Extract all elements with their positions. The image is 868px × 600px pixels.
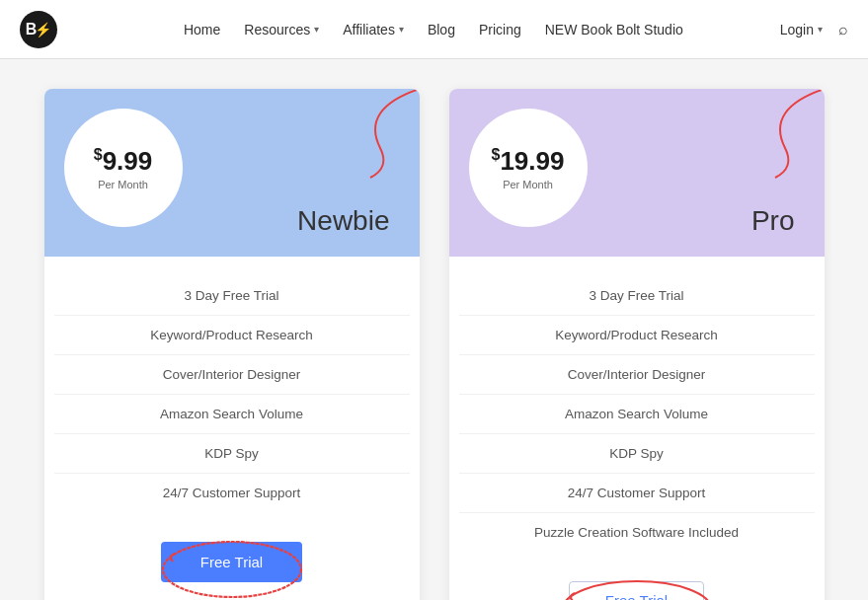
affiliates-dropdown-arrow: ▾: [399, 24, 404, 35]
list-item: 24/7 Customer Support: [459, 474, 815, 513]
list-item: 3 Day Free Trial: [459, 276, 815, 316]
list-item: Amazon Search Volume: [54, 395, 410, 434]
list-item: KDP Spy: [459, 434, 815, 474]
nav-item-login[interactable]: Login ▾: [780, 22, 823, 38]
newbie-plan-card: $9.99 Per Month Newbie 3 Day Free Trial …: [44, 89, 420, 600]
logo-bolt: ⚡: [35, 22, 51, 38]
resources-dropdown-arrow: ▾: [314, 24, 319, 35]
pro-plan-card: $19.99 Per Month Pro 3 Day Free Trial Ke…: [449, 89, 825, 600]
navbar: B⚡ Home Resources ▾ Affiliates ▾ Blog Pr…: [0, 0, 868, 59]
list-item: Puzzle Creation Software Included: [459, 513, 815, 552]
list-item: KDP Spy: [54, 434, 410, 474]
logo[interactable]: B⚡: [20, 11, 57, 48]
pro-price: $19.99: [492, 146, 565, 177]
nav-item-affiliates[interactable]: Affiliates ▾: [343, 22, 404, 38]
newbie-free-trial-button[interactable]: Free Trial: [161, 542, 302, 582]
search-icon[interactable]: ⌕: [838, 21, 848, 38]
list-item: Cover/Interior Designer: [54, 355, 410, 395]
navbar-right: Login ▾ ⌕: [780, 21, 848, 38]
newbie-card-header: $9.99 Per Month Newbie: [44, 89, 420, 257]
list-item: Keyword/Product Research: [54, 316, 410, 355]
list-item: 3 Day Free Trial: [54, 276, 410, 316]
nav-item-resources[interactable]: Resources ▾: [244, 22, 319, 38]
newbie-header-scribble: [222, 89, 420, 188]
newbie-plan-name: Newbie: [297, 205, 389, 237]
newbie-price-circle: $9.99 Per Month: [64, 109, 183, 227]
newbie-card-footer: Free Trial: [44, 532, 420, 600]
list-item: Keyword/Product Research: [459, 316, 815, 355]
newbie-features-list: 3 Day Free Trial Keyword/Product Researc…: [44, 257, 420, 532]
navbar-links: Home Resources ▾ Affiliates ▾ Blog Prici…: [87, 22, 780, 38]
pro-header-scribble: [627, 89, 825, 188]
newbie-period: Per Month: [98, 179, 148, 190]
pricing-section: $9.99 Per Month Newbie 3 Day Free Trial …: [0, 59, 868, 600]
nav-item-pricing[interactable]: Pricing: [479, 22, 521, 38]
pro-free-trial-button[interactable]: Free Trial: [569, 581, 704, 600]
pro-features-list: 3 Day Free Trial Keyword/Product Researc…: [449, 257, 825, 571]
pro-period: Per Month: [503, 179, 553, 190]
logo-icon: B⚡: [20, 11, 57, 48]
pro-card-header: $19.99 Per Month Pro: [449, 89, 825, 257]
list-item: 24/7 Customer Support: [54, 474, 410, 512]
login-dropdown-arrow: ▾: [818, 24, 823, 35]
pro-plan-name: Pro: [751, 205, 795, 237]
nav-item-studio[interactable]: NEW Book Bolt Studio: [545, 22, 683, 38]
nav-item-blog[interactable]: Blog: [428, 22, 455, 38]
pro-price-circle: $19.99 Per Month: [469, 109, 588, 227]
list-item: Cover/Interior Designer: [459, 355, 815, 395]
pro-card-footer: Free Trial: [449, 571, 825, 600]
list-item: Amazon Search Volume: [459, 395, 815, 434]
nav-item-home[interactable]: Home: [184, 22, 220, 38]
newbie-price: $9.99: [94, 146, 153, 177]
